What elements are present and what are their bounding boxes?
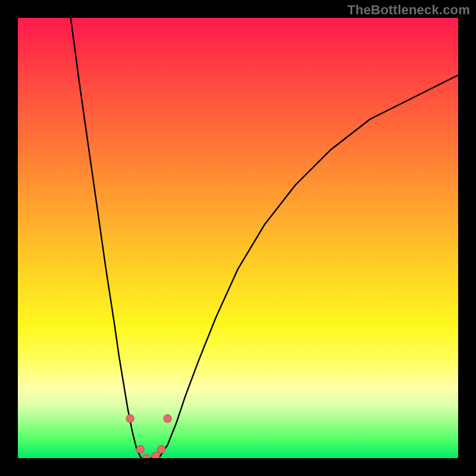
bottleneck-curve: [71, 18, 458, 458]
data-marker: [164, 415, 171, 422]
data-marker: [126, 415, 134, 422]
viewport: TheBottleneck.com: [0, 0, 476, 476]
data-marker: [158, 446, 165, 453]
chart-plot-area: [18, 18, 458, 458]
data-marker: [136, 446, 144, 453]
watermark-text: TheBottleneck.com: [347, 2, 470, 18]
data-marker: [143, 455, 151, 459]
data-marker: [152, 452, 159, 458]
chart-svg: [18, 18, 458, 458]
